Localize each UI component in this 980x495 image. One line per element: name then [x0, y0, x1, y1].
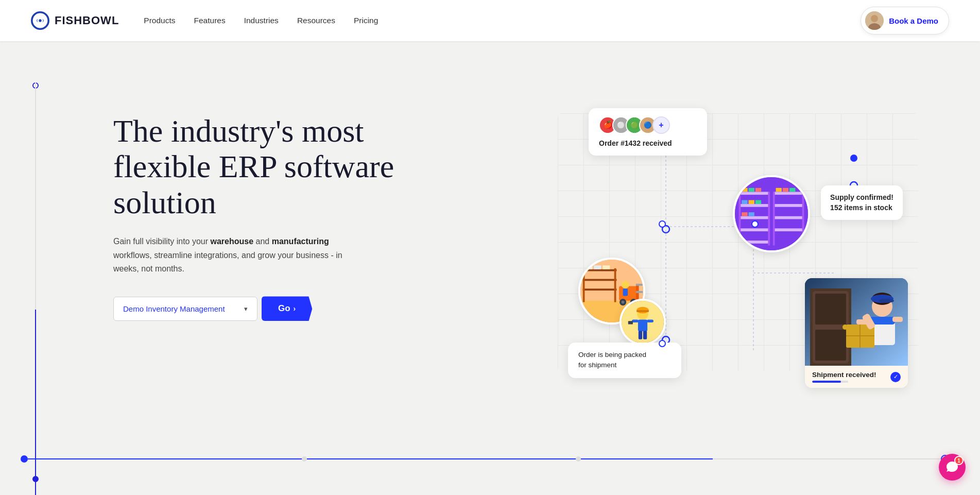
delivery-progress	[812, 381, 876, 383]
nav-item-resources[interactable]: Resources	[297, 16, 335, 25]
go-button-label: Go	[278, 303, 290, 314]
svg-rect-31	[749, 188, 754, 192]
svg-rect-82	[815, 330, 846, 361]
nav-link-features[interactable]: Features	[194, 16, 226, 25]
connector-dot-1	[659, 220, 666, 228]
chat-widget[interactable]: 1	[939, 454, 966, 481]
svg-rect-58	[619, 286, 639, 301]
svg-rect-41	[774, 228, 803, 231]
chat-badge: 1	[954, 456, 964, 465]
subtitle-bold2: manufacturing	[272, 237, 329, 246]
pack-line1: Order is being packed	[578, 351, 646, 359]
subtitle-text3: workflows, streamline integrations, and …	[113, 251, 342, 273]
svg-rect-56	[594, 265, 601, 269]
svg-text:⚪: ⚪	[617, 121, 625, 129]
svg-rect-25	[740, 216, 769, 219]
svg-rect-29	[768, 192, 770, 245]
hero-title: The industry's most flexible ERP softwar…	[113, 113, 402, 220]
svg-point-95	[879, 299, 894, 303]
svg-rect-23	[740, 192, 769, 195]
progress-line	[28, 458, 941, 459]
progress-mini-fill	[812, 381, 841, 383]
svg-rect-61	[636, 291, 643, 293]
navbar-left: FISHBOWL Products Features Industries Re…	[31, 11, 378, 30]
svg-rect-51	[583, 279, 617, 281]
nav-link-industries[interactable]: Industries	[244, 16, 279, 25]
svg-rect-72	[638, 319, 647, 331]
svg-rect-57	[603, 265, 610, 269]
shipment-received-label: Shipment received!	[812, 371, 876, 379]
subtitle-text2: and	[253, 237, 272, 246]
svg-rect-89	[892, 317, 903, 322]
connector-dot-3	[850, 155, 857, 162]
svg-rect-44	[776, 188, 782, 192]
connector-dot-4	[659, 340, 666, 347]
chevron-down-icon: ▾	[244, 305, 248, 313]
avatar	[865, 11, 884, 30]
navbar-right: Book a Demo	[861, 7, 949, 35]
svg-rect-42	[773, 192, 775, 245]
book-demo-label: Book a Demo	[889, 16, 938, 25]
subtitle-bold1: warehouse	[211, 237, 254, 246]
packing-text: Order is being packed for shipment	[578, 350, 671, 371]
worker-image	[620, 299, 666, 345]
demo-select[interactable]: Demo Inventory Management ▾	[113, 297, 257, 321]
warehouse-svg	[735, 175, 808, 252]
nav-item-industries[interactable]: Industries	[244, 16, 279, 25]
progress-dot-start	[21, 455, 28, 463]
svg-rect-71	[637, 310, 649, 312]
svg-rect-36	[742, 212, 747, 216]
nav-item-features[interactable]: Features	[194, 16, 226, 25]
order-received-label: Order #1432 received	[599, 139, 697, 147]
navbar: FISHBOWL Products Features Industries Re…	[0, 0, 980, 41]
svg-rect-34	[749, 200, 754, 204]
svg-rect-50	[583, 269, 617, 271]
delivery-card: Shipment received! ✓	[805, 278, 908, 388]
svg-rect-40	[774, 216, 803, 219]
logo-icon	[31, 11, 49, 30]
svg-point-66	[622, 281, 629, 288]
avatar-group: 🍎 ⚪ 🟢 🔵 +	[599, 116, 697, 134]
svg-rect-37	[749, 212, 754, 216]
svg-rect-30	[742, 188, 747, 192]
nav-links: Products Features Industries Resources P…	[144, 16, 378, 25]
progress-mid-dot-2	[576, 456, 581, 462]
go-button[interactable]: Go ›	[262, 296, 312, 321]
nav-item-products[interactable]: Products	[144, 16, 175, 25]
left-line-bottom	[35, 310, 36, 495]
progress-fill	[28, 458, 713, 459]
connector-dot-2	[751, 220, 759, 228]
svg-rect-60	[636, 284, 643, 286]
delivery-person-svg	[805, 278, 908, 366]
svg-rect-74	[647, 319, 654, 322]
progress-mid-dot-1	[302, 456, 307, 462]
svg-rect-39	[774, 204, 803, 207]
sidebar-line	[0, 82, 41, 495]
supply-line2: 152 items in stock	[830, 203, 892, 212]
warehouse-inner	[735, 177, 808, 250]
svg-rect-77	[643, 331, 647, 339]
packing-card: Order is being packed for shipment	[568, 343, 681, 378]
arrow-right-icon: ›	[294, 304, 296, 313]
nav-link-pricing[interactable]: Pricing	[354, 16, 378, 25]
book-demo-button[interactable]: Book a Demo	[861, 7, 949, 35]
hero-content: The industry's most flexible ERP softwar…	[113, 82, 402, 321]
svg-rect-24	[740, 204, 769, 207]
worker-svg	[622, 299, 664, 345]
warehouse-image	[733, 175, 810, 252]
nav-link-resources[interactable]: Resources	[297, 16, 335, 25]
hero-subtitle: Gain full visibility into your warehouse…	[113, 235, 350, 276]
left-vertical-line	[35, 82, 36, 495]
nav-item-pricing[interactable]: Pricing	[354, 16, 378, 25]
svg-rect-53	[583, 268, 585, 302]
svg-point-70	[637, 307, 649, 314]
svg-rect-75	[628, 321, 633, 324]
pack-line2: for shipment	[578, 361, 616, 369]
nav-link-products[interactable]: Products	[144, 16, 175, 25]
check-icon: ✓	[890, 372, 901, 382]
logo[interactable]: FISHBOWL	[31, 11, 119, 30]
delivery-image	[805, 278, 908, 366]
svg-text:🔵: 🔵	[644, 121, 652, 129]
svg-rect-35	[755, 200, 761, 204]
svg-rect-54	[614, 268, 616, 302]
